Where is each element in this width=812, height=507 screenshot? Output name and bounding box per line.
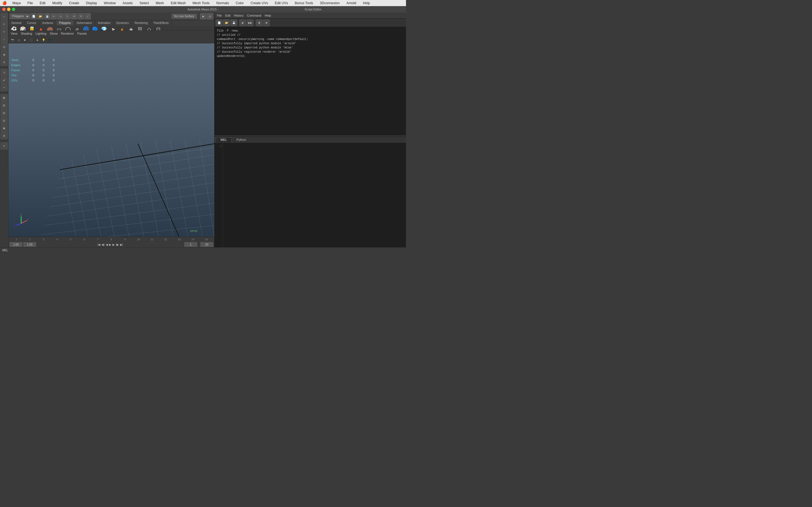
- play-btn[interactable]: ▶: [109, 243, 111, 246]
- open-scene-btn[interactable]: 📂: [37, 13, 43, 19]
- se-open-btn[interactable]: 📂: [223, 19, 230, 26]
- menu-edit-mesh[interactable]: Edit Mesh: [170, 1, 187, 5]
- menu-assets[interactable]: Assets: [121, 1, 134, 5]
- menu-display[interactable]: Display: [85, 1, 98, 5]
- vp-menu-panels[interactable]: Panels: [77, 32, 87, 35]
- vp-shadow-btn[interactable]: 🌑: [47, 37, 52, 43]
- vp-lighting-btn[interactable]: 💡: [41, 37, 46, 43]
- move-btn[interactable]: ✛: [71, 13, 77, 19]
- menu-create[interactable]: Create: [68, 1, 80, 5]
- menu-file[interactable]: File: [26, 1, 34, 5]
- se-output[interactable]: file -f -new; // untitled // commandPort…: [214, 27, 406, 135]
- mode-select[interactable]: Polygons Modeling Rigging: [10, 13, 30, 19]
- minimize-button[interactable]: [7, 8, 10, 11]
- menu-3dconnexion[interactable]: 3Dconnexion: [319, 1, 341, 5]
- menu-arnold[interactable]: Arnold: [345, 1, 357, 5]
- prev-key-btn[interactable]: ◀|: [101, 243, 105, 246]
- se-execute-all-btn[interactable]: ▶▶: [247, 19, 253, 26]
- universal-tool[interactable]: ⊞: [1, 43, 8, 51]
- shelf-tab-dynamics[interactable]: Dynamics: [114, 20, 132, 25]
- go-start-btn[interactable]: |◀: [98, 243, 101, 246]
- next-key-btn[interactable]: |▶: [116, 243, 119, 246]
- scale-tool[interactable]: ⤢: [1, 36, 8, 43]
- lasso-tool[interactable]: ◎: [1, 69, 8, 76]
- se-tab-mel[interactable]: MEL: [216, 137, 232, 142]
- menu-mesh[interactable]: Mesh: [154, 1, 165, 5]
- grid-tool-2[interactable]: ▧: [1, 102, 8, 109]
- new-scene-btn[interactable]: 📄: [31, 13, 37, 19]
- se-menu-file[interactable]: File: [217, 14, 222, 17]
- viewport-3d[interactable]: Verts: 0 0 0 Edges: 0 0 0 Faces: 0 0: [8, 43, 214, 237]
- end-frame-field[interactable]: [23, 242, 36, 247]
- soft-select[interactable]: ◉: [1, 51, 8, 58]
- menu-help[interactable]: Help: [362, 1, 371, 5]
- start-frame-field[interactable]: [10, 242, 22, 247]
- zoom-button[interactable]: [12, 8, 15, 11]
- shelf-tab-deformation[interactable]: Deformation: [74, 20, 95, 25]
- grid-tool-5[interactable]: ▣: [1, 124, 8, 132]
- shelf-tab-polygons[interactable]: Polygons: [56, 20, 74, 25]
- paint-tool[interactable]: 🖌: [1, 76, 8, 83]
- menu-edit[interactable]: Edit: [39, 1, 47, 5]
- cut-tool[interactable]: ✂: [1, 84, 8, 91]
- rotate-btn[interactable]: ↻: [78, 13, 84, 19]
- se-input[interactable]: 1: [214, 143, 406, 247]
- vp-menu-shading[interactable]: Shading: [21, 32, 32, 35]
- se-menu-edit[interactable]: Edit: [225, 14, 231, 17]
- grid-tool-6[interactable]: ⊠: [1, 132, 8, 139]
- se-code-textarea[interactable]: [223, 143, 406, 247]
- menu-normals[interactable]: Normals: [215, 1, 230, 5]
- render-preview[interactable]: ●: [1, 142, 8, 150]
- vp-wireframe-btn[interactable]: ◻: [16, 37, 21, 43]
- total-frames-field[interactable]: [200, 242, 213, 247]
- render-btn[interactable]: ▶: [200, 13, 206, 19]
- select-tool[interactable]: ↖: [1, 13, 8, 20]
- se-menu-command[interactable]: Command: [247, 14, 261, 17]
- shelf-tab-surfaces[interactable]: Surfaces: [39, 20, 56, 25]
- shelf-tab-paint[interactable]: PaintEffects: [151, 20, 172, 25]
- ipr-btn[interactable]: ◎: [207, 13, 213, 19]
- current-frame-field[interactable]: [185, 242, 197, 247]
- se-stop-btn[interactable]: ■: [263, 19, 270, 26]
- se-save-btn[interactable]: 💾: [231, 19, 237, 26]
- se-new-btn[interactable]: 📄: [216, 19, 222, 26]
- move-tool[interactable]: ✛: [1, 20, 8, 28]
- menu-bonus-tools[interactable]: Bonus Tools: [294, 1, 314, 5]
- menu-color[interactable]: Color: [235, 1, 245, 5]
- shelf-tab-general[interactable]: General: [8, 20, 24, 25]
- menu-window[interactable]: Window: [103, 1, 117, 5]
- select-btn[interactable]: ↖: [64, 13, 70, 19]
- vp-menu-renderer[interactable]: Renderer: [61, 32, 74, 35]
- show-manip[interactable]: ⊕: [1, 59, 8, 66]
- vp-menu-view[interactable]: View: [11, 32, 17, 35]
- undo-btn[interactable]: ↩: [51, 13, 57, 19]
- shelf-tab-rendering[interactable]: Rendering: [132, 20, 151, 25]
- vp-camera-btn[interactable]: 📷: [10, 37, 15, 43]
- prev-frame-btn[interactable]: ◀: [106, 243, 108, 246]
- menu-modify[interactable]: Modify: [51, 1, 63, 5]
- rotate-tool[interactable]: ↻: [1, 28, 8, 36]
- close-button[interactable]: [2, 8, 6, 11]
- menu-maya[interactable]: Maya: [11, 1, 22, 5]
- shelf-tab-animation[interactable]: Animation: [95, 20, 113, 25]
- vp-menu-show[interactable]: Show: [50, 32, 58, 35]
- se-clear-btn[interactable]: 🗑: [256, 19, 262, 26]
- vp-xray-btn[interactable]: ◈: [35, 37, 40, 43]
- scale-btn[interactable]: ⤢: [85, 13, 91, 19]
- save-btn[interactable]: 💾: [44, 13, 50, 19]
- vp-shaded-btn[interactable]: ■: [22, 37, 28, 43]
- redo-btn[interactable]: ↪: [57, 13, 64, 19]
- vp-textured-btn[interactable]: ⬛: [28, 37, 34, 43]
- se-menu-history[interactable]: History: [234, 14, 244, 17]
- se-execute-btn[interactable]: ▶: [239, 19, 246, 26]
- go-end-btn[interactable]: ▶|: [120, 243, 123, 246]
- next-frame-btn[interactable]: ▶: [112, 243, 115, 246]
- se-tab-python[interactable]: Python: [232, 137, 251, 142]
- no-live-surface-btn[interactable]: No Live Surface: [172, 14, 197, 18]
- shelf-tab-curves[interactable]: Curves: [24, 20, 40, 25]
- menu-edit-uvs[interactable]: Edit UVs: [274, 1, 289, 5]
- vp-menu-lighting[interactable]: Lighting: [36, 32, 47, 35]
- grid-tool-1[interactable]: ▦: [1, 94, 8, 101]
- grid-tool-3[interactable]: ▤: [1, 109, 8, 117]
- menu-create-uvs[interactable]: Create UVs: [250, 1, 269, 5]
